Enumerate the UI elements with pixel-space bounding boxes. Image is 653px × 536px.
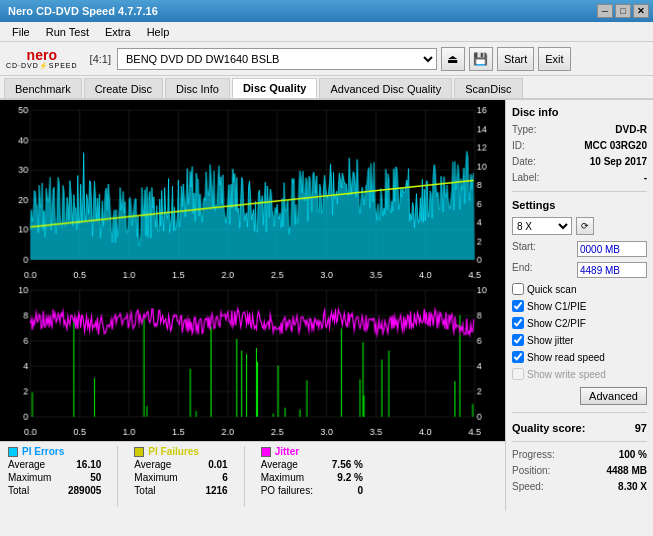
start-mb-input[interactable]	[577, 241, 647, 257]
start-button[interactable]: Start	[497, 47, 534, 71]
show-c1-label: Show C1/PIE	[527, 301, 586, 312]
speed-row: 8 X ⟳	[512, 217, 647, 235]
pi-failures-avg-value: 0.01	[178, 459, 228, 470]
jitter-label: Jitter	[275, 446, 299, 457]
id-label: ID:	[512, 140, 525, 151]
show-c1-checkbox[interactable]	[512, 300, 524, 312]
progress-label: Progress:	[512, 449, 555, 460]
advanced-button[interactable]: Advanced	[580, 387, 647, 405]
quality-row: Quality score: 97	[512, 422, 647, 434]
menu-extra[interactable]: Extra	[97, 25, 139, 39]
minimize-button[interactable]: ─	[597, 4, 613, 18]
speed-select[interactable]: 8 X	[512, 217, 572, 235]
disc-label-value: -	[644, 172, 647, 183]
position-row: Position: 4488 MB	[512, 465, 647, 476]
show-read-speed-row: Show read speed	[512, 351, 647, 363]
menu-bar: File Run Test Extra Help	[0, 22, 653, 42]
pi-errors-max-label: Maximum	[8, 472, 51, 483]
pi-errors-avg-label: Average	[8, 459, 45, 470]
pi-failures-color	[134, 447, 144, 457]
end-mb-input[interactable]	[577, 262, 647, 278]
pi-failures-total-label: Total	[134, 485, 155, 496]
pi-errors-max-value: 50	[51, 472, 101, 483]
position-value: 4488 MB	[606, 465, 647, 476]
pi-failures-stats: PI Failures Average 0.01 Maximum 6 Total…	[134, 446, 227, 507]
pi-failures-max-value: 6	[178, 472, 228, 483]
bottom-chart	[2, 282, 503, 439]
tab-disc-quality[interactable]: Disc Quality	[232, 78, 318, 98]
show-jitter-checkbox[interactable]	[512, 334, 524, 346]
divider-1	[512, 191, 647, 192]
maximize-button[interactable]: □	[615, 4, 631, 18]
drive-select[interactable]: BENQ DVD DD DW1640 BSLB	[117, 48, 437, 70]
pi-failures-max-label: Maximum	[134, 472, 177, 483]
id-value: MCC 03RG20	[584, 140, 647, 151]
show-write-speed-row: Show write speed	[512, 368, 647, 380]
nero-product-text: CD·DVD⚡SPEED	[6, 62, 78, 70]
tab-disc-info[interactable]: Disc Info	[165, 78, 230, 98]
jitter-avg-label: Average	[261, 459, 298, 470]
show-c2-checkbox[interactable]	[512, 317, 524, 329]
exit-button[interactable]: Exit	[538, 47, 570, 71]
settings-title: Settings	[512, 199, 647, 211]
divider-2	[512, 412, 647, 413]
show-jitter-label: Show jitter	[527, 335, 574, 346]
tabs-bar: Benchmark Create Disc Disc Info Disc Qua…	[0, 76, 653, 100]
speed-icon-button[interactable]: ⟳	[576, 217, 594, 235]
charts-area	[0, 100, 505, 441]
pi-failures-total-value: 1216	[178, 485, 228, 496]
show-read-speed-checkbox[interactable]	[512, 351, 524, 363]
nero-logo: nero CD·DVD⚡SPEED	[6, 48, 78, 70]
jitter-avg-value: 7.56 %	[313, 459, 363, 470]
charts-and-stats: PI Errors Average 16.10 Maximum 50 Total…	[0, 100, 505, 511]
speed-value: 8.30 X	[618, 481, 647, 492]
menu-run-test[interactable]: Run Test	[38, 25, 97, 39]
pi-errors-color	[8, 447, 18, 457]
save-icon-button[interactable]: 💾	[469, 47, 493, 71]
speed-row-progress: Speed: 8.30 X	[512, 481, 647, 492]
title-bar-buttons: ─ □ ✕	[597, 4, 649, 18]
show-write-speed-label: Show write speed	[527, 369, 606, 380]
top-chart	[2, 102, 503, 282]
nero-brand-text: nero	[27, 48, 57, 62]
progress-row: Progress: 100 %	[512, 449, 647, 460]
speed-label: Speed:	[512, 481, 544, 492]
window-title: Nero CD-DVD Speed 4.7.7.16	[8, 5, 158, 17]
eject-icon-button[interactable]: ⏏	[441, 47, 465, 71]
jitter-max-value: 9.2 %	[313, 472, 363, 483]
divider-3	[512, 441, 647, 442]
quality-label: Quality score:	[512, 422, 585, 434]
stats-bar: PI Errors Average 16.10 Maximum 50 Total…	[0, 441, 505, 511]
main-content: PI Errors Average 16.10 Maximum 50 Total…	[0, 100, 653, 511]
quick-scan-row: Quick scan	[512, 283, 647, 295]
close-button[interactable]: ✕	[633, 4, 649, 18]
jitter-stats: Jitter Average 7.56 % Maximum 9.2 % PO f…	[261, 446, 363, 507]
tab-benchmark[interactable]: Benchmark	[4, 78, 82, 98]
disc-info-title: Disc info	[512, 106, 647, 118]
show-read-speed-label: Show read speed	[527, 352, 605, 363]
show-c2-label: Show C2/PIF	[527, 318, 586, 329]
quick-scan-label: Quick scan	[527, 284, 576, 295]
show-c2-row: Show C2/PIF	[512, 317, 647, 329]
pi-errors-label: PI Errors	[22, 446, 64, 457]
show-write-speed-checkbox[interactable]	[512, 368, 524, 380]
disc-label-label: Label:	[512, 172, 539, 183]
right-panel: Disc info Type: DVD-R ID: MCC 03RG20 Dat…	[505, 100, 653, 511]
tab-create-disc[interactable]: Create Disc	[84, 78, 163, 98]
title-bar: Nero CD-DVD Speed 4.7.7.16 ─ □ ✕	[0, 0, 653, 22]
show-c1-row: Show C1/PIE	[512, 300, 647, 312]
start-mb-label: Start:	[512, 241, 536, 257]
end-mb-label: End:	[512, 262, 533, 278]
toolbar: nero CD·DVD⚡SPEED [4:1] BENQ DVD DD DW16…	[0, 42, 653, 76]
pi-errors-total-label: Total	[8, 485, 29, 496]
drive-bracket: [4:1]	[90, 53, 111, 65]
type-label: Type:	[512, 124, 536, 135]
progress-value: 100 %	[619, 449, 647, 460]
menu-help[interactable]: Help	[139, 25, 178, 39]
quick-scan-checkbox[interactable]	[512, 283, 524, 295]
type-value: DVD-R	[615, 124, 647, 135]
pi-errors-stats: PI Errors Average 16.10 Maximum 50 Total…	[8, 446, 101, 507]
tab-scan-disc[interactable]: ScanDisc	[454, 78, 522, 98]
menu-file[interactable]: File	[4, 25, 38, 39]
tab-advanced-disc-quality[interactable]: Advanced Disc Quality	[319, 78, 452, 98]
